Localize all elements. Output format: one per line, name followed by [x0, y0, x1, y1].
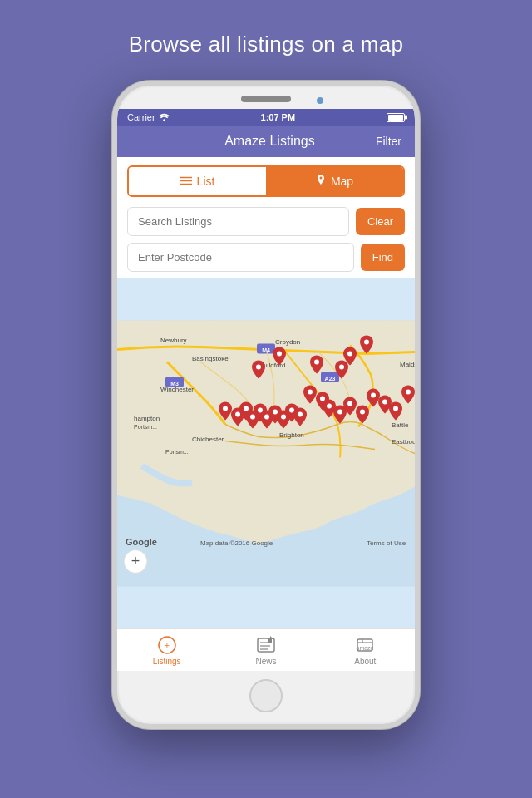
status-time: 1:07 PM	[261, 112, 296, 122]
svg-text:amaze: amaze	[357, 645, 374, 651]
phone-screen: Carrier 1:07 PM Amaze Listings Filter	[117, 109, 415, 671]
tab-about-label: About	[354, 657, 376, 666]
svg-point-31	[235, 412, 240, 417]
volume-up-button	[112, 219, 113, 260]
svg-point-33	[250, 415, 255, 420]
svg-point-29	[256, 365, 261, 370]
svg-point-41	[337, 410, 342, 415]
svg-point-40	[327, 404, 332, 409]
listings-icon: +	[155, 636, 179, 654]
battery-fill	[388, 115, 403, 121]
map-toggle-button[interactable]: Map	[266, 167, 403, 195]
map-pin-icon	[316, 175, 326, 188]
svg-point-48	[308, 390, 313, 395]
svg-point-39	[298, 412, 303, 417]
svg-point-28	[277, 352, 282, 357]
tab-bar: + Listings News	[117, 628, 415, 671]
list-icon	[180, 176, 192, 186]
mute-button	[112, 185, 113, 209]
clear-button[interactable]: Clear	[356, 208, 405, 235]
map-svg: M4 M3	[117, 278, 415, 628]
phone-frame: Carrier 1:07 PM Amaze Listings Filter	[112, 81, 420, 729]
svg-point-24	[347, 352, 352, 357]
svg-point-44	[371, 393, 376, 398]
front-camera	[317, 97, 323, 104]
tab-listings-label: Listings	[153, 657, 181, 666]
carrier-label: Carrier	[127, 112, 155, 122]
svg-point-45	[382, 400, 387, 405]
list-toggle-button[interactable]: List	[129, 167, 266, 195]
svg-text:Porism...: Porism...	[165, 449, 189, 455]
svg-point-38	[289, 408, 294, 413]
wifi-icon	[159, 113, 170, 121]
svg-text:Eastbourne: Eastbourne	[392, 438, 415, 446]
svg-text:Brighton: Brighton	[279, 431, 304, 439]
svg-text:Portsm...: Portsm...	[134, 424, 157, 430]
tab-about[interactable]: amaze About	[316, 629, 415, 671]
svg-point-46	[393, 406, 398, 411]
svg-point-26	[314, 360, 319, 365]
svg-point-34	[258, 408, 263, 413]
about-icon: amaze	[353, 636, 377, 654]
postcode-input[interactable]	[127, 243, 354, 272]
svg-text:hampton: hampton	[134, 415, 160, 422]
svg-text:Battle: Battle	[392, 421, 409, 429]
map-label: Map	[331, 175, 353, 188]
tab-news-label: News	[255, 657, 276, 666]
tab-listings[interactable]: + Listings	[117, 629, 216, 671]
svg-point-47	[406, 390, 411, 395]
phone-bottom	[117, 671, 415, 724]
list-label: List	[197, 175, 215, 188]
svg-text:Chichester: Chichester	[192, 436, 224, 443]
news-icon	[254, 636, 278, 654]
carrier-info: Carrier	[127, 112, 170, 122]
svg-point-36	[273, 410, 278, 415]
svg-text:+: +	[165, 641, 170, 650]
svg-text:Basingstoke: Basingstoke	[192, 355, 229, 362]
map-area[interactable]: M4 M3	[117, 278, 415, 628]
phone-top	[117, 86, 415, 102]
svg-point-35	[264, 415, 269, 420]
svg-point-30	[223, 406, 228, 411]
svg-text:Map data ©2016 Google: Map data ©2016 Google	[200, 539, 273, 547]
search-listings-input[interactable]	[127, 207, 349, 236]
battery-icon	[387, 113, 405, 122]
svg-point-0	[163, 119, 165, 121]
postcode-search-row: Find	[127, 243, 405, 272]
listing-search-row: Clear	[127, 207, 405, 236]
side-buttons-right	[419, 219, 420, 268]
svg-text:+: +	[131, 553, 140, 569]
nav-title: Amaze Listings	[224, 134, 315, 149]
page-title: Browse all listings on a map	[129, 32, 404, 57]
battery-indicator	[387, 113, 405, 122]
svg-point-25	[364, 340, 369, 345]
svg-text:Winchester: Winchester	[160, 386, 194, 393]
search-area: Clear Find	[117, 204, 415, 278]
find-button[interactable]: Find	[361, 244, 405, 271]
svg-point-27	[339, 365, 344, 370]
svg-point-42	[347, 401, 352, 406]
speaker	[241, 96, 291, 102]
svg-point-32	[244, 406, 249, 411]
power-button	[419, 219, 420, 268]
toggle-bar: List Map	[117, 157, 415, 204]
home-button[interactable]	[249, 679, 283, 712]
view-toggle: List Map	[127, 165, 405, 197]
filter-button[interactable]: Filter	[376, 135, 401, 148]
svg-text:A23: A23	[325, 376, 336, 382]
svg-text:Maids: Maids	[400, 361, 415, 368]
svg-text:M4: M4	[262, 347, 270, 353]
svg-text:Croydon: Croydon	[275, 338, 300, 346]
svg-point-43	[360, 410, 365, 415]
svg-point-49	[320, 397, 325, 401]
tab-news[interactable]: News	[216, 629, 315, 671]
side-buttons-left	[112, 185, 113, 312]
svg-point-37	[281, 415, 286, 420]
svg-text:Google: Google	[126, 537, 157, 547]
nav-bar: Amaze Listings Filter	[117, 126, 415, 157]
status-bar: Carrier 1:07 PM	[117, 109, 415, 126]
volume-down-button	[112, 270, 113, 312]
svg-text:Newbury: Newbury	[160, 337, 187, 344]
svg-text:Terms of Use: Terms of Use	[367, 539, 406, 547]
